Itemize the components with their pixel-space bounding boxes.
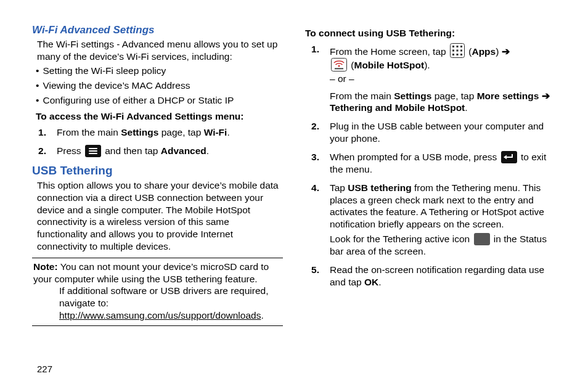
step: Press and then tap Advanced. [38,145,283,157]
note-line: If additional software or USB drivers ar… [59,285,282,321]
support-link[interactable]: http://www.samsung.com/us/support/downlo… [59,310,261,321]
text: ) [496,46,501,57]
wifi-bullets: Setting the Wi-Fi sleep policy Viewing t… [32,65,283,106]
step: From the Home screen, tap (Apps) ➔ [311,43,556,114]
heading-usb-tethering: USB Tethering [32,163,283,178]
svg-rect-3 [89,153,97,154]
or-line: – or – [330,73,556,85]
text-bold: Settings [394,91,431,101]
text: From the main [57,127,121,137]
text: From the main [330,91,394,101]
note-label: Note: [33,261,58,272]
text: . [465,102,467,113]
wifi-steps: From the main Settings page, tap Wi-Fi. … [38,126,283,157]
wifi-access-subhead: To access the Wi-Fi Advanced Settings me… [36,110,283,123]
svg-rect-10 [460,49,462,51]
text: . [378,277,381,287]
text: Tap [330,182,348,193]
svg-rect-7 [460,46,462,47]
note-text: You can not mount your device’s microSD … [33,261,269,284]
text: Press [57,145,84,156]
svg-rect-16 [335,68,343,69]
text: ). [424,60,430,70]
text: Read the on-screen notification regardin… [330,264,544,287]
text: When prompted for a USB mode, press [330,152,500,162]
menu-key-icon [85,145,101,157]
svg-point-15 [338,65,340,67]
svg-rect-2 [89,150,97,152]
text: . [206,145,209,156]
wifi-intro: The Wi-Fi settings - Advanced menu allow… [37,38,279,63]
svg-rect-14 [332,58,347,71]
wifi-bullet: Setting the Wi-Fi sleep policy [36,65,283,77]
text-bold: Wi-Fi [204,127,227,137]
svg-rect-12 [456,54,458,55]
step-alt: From the main Settings page, tap More se… [330,90,556,115]
text: and then tap [105,145,161,156]
step: Plug in the USB cable between your compu… [311,120,556,145]
wifi-bullet: Viewing the device’s MAC Address [36,80,283,92]
note-block: Note: You can not mount your device’s mi… [32,258,283,326]
text-bold: Apps [472,46,496,57]
svg-rect-1 [89,148,97,149]
note-text: If additional software or USB drivers ar… [59,285,268,308]
text: page, tap [431,91,476,101]
svg-rect-8 [452,49,454,51]
hotspot-icon [331,58,347,71]
step: Read the on-screen notification regardin… [311,264,556,288]
page: Wi-Fi Advanced Settings The Wi-Fi settin… [0,0,588,326]
text-bold: Advanced [161,145,206,156]
wifi-bullet: Configuring use of either a DHCP or Stat… [36,94,283,107]
text: From the Home screen, tap [330,46,449,57]
back-key-icon [501,151,517,163]
text-bold: USB tethering [348,182,411,193]
text-bold: OK [364,277,378,287]
text-bold: Mobile HotSpot [354,60,424,70]
text: . [227,127,229,137]
note-text: . [261,310,263,321]
page-number: 227 [37,363,52,375]
step: Tap USB tethering from the Tethering men… [311,182,556,258]
heading-wifi-advanced: Wi-Fi Advanced Settings [32,23,283,37]
note-line: Note: You can not mount your device’s mi… [33,261,282,285]
left-column: Wi-Fi Advanced Settings The Wi-Fi settin… [32,23,283,326]
text: page, tap [158,127,203,137]
step: From the main Settings page, tap Wi-Fi. [38,126,283,139]
connect-usb-heading: To connect using USB Tethering: [305,27,556,39]
svg-rect-6 [456,46,458,47]
svg-rect-11 [452,54,454,55]
svg-rect-9 [456,49,458,51]
svg-rect-5 [452,46,454,47]
usb-steps: From the Home screen, tap (Apps) ➔ [311,43,556,288]
tethering-status-icon [474,233,490,245]
arrow-icon: ➔ [502,46,510,57]
svg-rect-18 [474,233,490,245]
step: When prompted for a USB mode, press to e… [311,151,556,176]
usb-intro: This option allows you to share your dev… [37,179,279,253]
step-cont: Look for the Tethering active icon in th… [330,233,556,258]
apps-grid-icon [450,43,465,58]
right-column: To connect using USB Tethering: From the… [305,23,556,326]
text: Look for the Tethering active icon [330,234,473,244]
text-bold: Settings [121,127,158,137]
svg-rect-13 [460,54,462,55]
